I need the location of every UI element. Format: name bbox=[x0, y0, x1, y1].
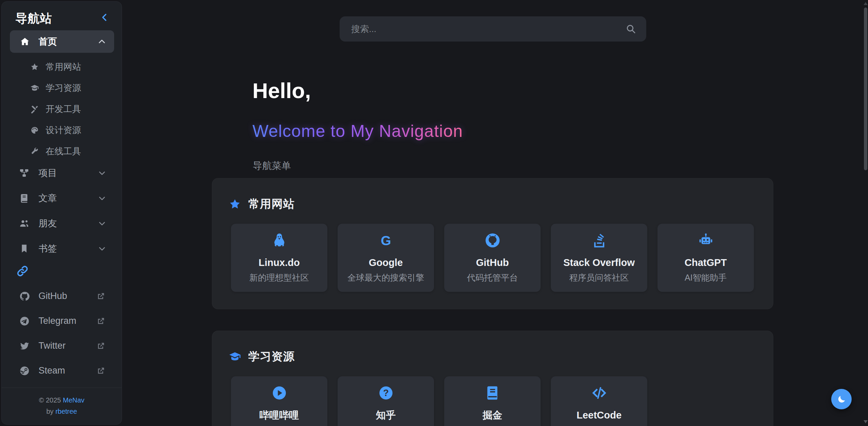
sidebar-sub-list: 常用网站学习资源开发工具设计资源在线工具 bbox=[2, 56, 122, 162]
sidebar-collapse-button[interactable] bbox=[100, 13, 109, 22]
scrollbar-down-arrow[interactable] bbox=[864, 420, 868, 423]
external-link-icon bbox=[97, 342, 105, 350]
sidebar-item-bookmarks[interactable]: 书签 bbox=[2, 236, 122, 261]
sidebar-item-articles[interactable]: 文章 bbox=[2, 186, 122, 211]
sidebar-item-label: 常用网站 bbox=[46, 61, 81, 73]
author-link[interactable]: rbetree bbox=[56, 408, 77, 415]
steam-icon bbox=[19, 366, 30, 376]
chevron-down-icon bbox=[98, 194, 106, 202]
sidebar-item-label: 在线工具 bbox=[46, 145, 81, 157]
sidebar-item-label: 设计资源 bbox=[46, 124, 81, 136]
sidebar-item-projects[interactable]: 项目 bbox=[2, 160, 122, 186]
site-title: 导航站 bbox=[15, 11, 52, 27]
chevron-down-icon bbox=[98, 245, 106, 253]
sidebar-item-favorites[interactable]: 常用网站 bbox=[2, 56, 122, 77]
site-card-desc: 新的理想型社区 bbox=[249, 273, 309, 282]
site-card-name: 掘金 bbox=[483, 410, 502, 420]
hero-greeting: Hello, bbox=[252, 78, 311, 103]
svg-text:G: G bbox=[381, 233, 391, 248]
sidebar-links-list: GitHubTelegramTwitterSteam bbox=[2, 284, 122, 383]
sidebar-link-twitter[interactable]: Twitter bbox=[2, 333, 122, 358]
sidebar: 导航站 首页 常用网站学习资源开发工具设计资源在线工具 项目文章朋友书签 Git… bbox=[1, 1, 122, 425]
star-icon bbox=[229, 198, 241, 210]
scrollbar-up-arrow[interactable] bbox=[864, 2, 868, 5]
sidebar-item-label: 首页 bbox=[38, 35, 57, 48]
by-text: by bbox=[46, 408, 53, 415]
journal-icon bbox=[484, 385, 501, 401]
sidebar-item-label: 书签 bbox=[38, 242, 57, 255]
chevron-down-icon bbox=[98, 169, 106, 177]
sidebar-item-dev-tools[interactable]: 开发工具 bbox=[2, 98, 122, 120]
search-input[interactable] bbox=[351, 24, 626, 34]
chevron-up-icon bbox=[98, 37, 106, 46]
hero-headline: Welcome to My Navigation bbox=[252, 121, 463, 141]
google-icon: G bbox=[378, 232, 394, 249]
site-card-chatgpt[interactable]: ChatGPTAI智能助手 bbox=[657, 224, 754, 292]
site-card-linux-do[interactable]: Linux.do新的理想型社区 bbox=[231, 224, 327, 292]
sidebar-item-learning[interactable]: 学习资源 bbox=[2, 77, 122, 98]
sidebar-link-steam[interactable]: Steam bbox=[2, 358, 122, 383]
site-card-stack-overflow[interactable]: Stack Overflow程序员问答社区 bbox=[551, 224, 647, 292]
question-circle-icon: ? bbox=[378, 385, 394, 401]
site-card-name: Linux.do bbox=[259, 257, 300, 268]
sidebar-item-label: 文章 bbox=[38, 192, 57, 204]
site-card-juejin[interactable]: 掘金 bbox=[444, 376, 541, 426]
code-icon bbox=[591, 385, 607, 401]
site-card-bilibili[interactable]: 哔哩哔哩 bbox=[231, 376, 327, 426]
sidebar-item-home[interactable]: 首页 bbox=[10, 30, 114, 53]
play-circle-icon bbox=[271, 385, 288, 401]
site-card-row: 哔哩哔哩?知乎掘金LeetCode bbox=[231, 376, 647, 426]
site-card-row: Linux.do新的理想型社区GGoogle全球最大的搜索引擎GitHub代码托… bbox=[231, 224, 754, 292]
site-card-name: Stack Overflow bbox=[563, 257, 635, 268]
scrollbar-thumb[interactable] bbox=[864, 7, 867, 170]
sidebar-item-label: 项目 bbox=[38, 167, 57, 179]
sidebar-item-design[interactable]: 设计资源 bbox=[2, 120, 122, 141]
house-icon bbox=[20, 37, 30, 46]
wrench-icon bbox=[30, 147, 39, 156]
page: 导航站 首页 常用网站学习资源开发工具设计资源在线工具 项目文章朋友书签 Git… bbox=[0, 0, 868, 426]
footer-copyright-line: © 2025 MeNav bbox=[2, 395, 122, 406]
sidebar-menu-list: 项目文章朋友书签 bbox=[2, 160, 122, 261]
site-card-google[interactable]: GGoogle全球最大的搜索引擎 bbox=[338, 224, 434, 292]
sidebar-item-friends[interactable]: 朋友 bbox=[2, 211, 122, 236]
external-link-icon bbox=[97, 366, 105, 375]
github-circle-icon bbox=[484, 232, 501, 249]
book-icon bbox=[19, 193, 29, 203]
sidebar-item-label: 开发工具 bbox=[46, 103, 81, 115]
site-card-desc: AI智能助手 bbox=[685, 273, 727, 282]
search-icon[interactable] bbox=[626, 24, 636, 34]
telegram-icon bbox=[19, 316, 30, 326]
external-link-icon bbox=[97, 317, 105, 325]
github-icon bbox=[19, 291, 30, 301]
palette-icon bbox=[30, 126, 39, 135]
section-favorites: 常用网站 Linux.do新的理想型社区GGoogle全球最大的搜索引擎GitH… bbox=[212, 178, 773, 309]
chevron-down-icon bbox=[98, 220, 106, 227]
site-card-zhihu[interactable]: ?知乎 bbox=[338, 376, 434, 426]
search-bar bbox=[340, 16, 646, 42]
site-card-leetcode[interactable]: LeetCode bbox=[551, 376, 647, 426]
section-learning: 学习资源 哔哩哔哩?知乎掘金LeetCode bbox=[212, 331, 773, 426]
sidebar-link-telegram[interactable]: Telegram bbox=[2, 309, 122, 333]
link-icon[interactable] bbox=[17, 265, 28, 277]
site-card-desc: 代码托管平台 bbox=[467, 273, 518, 282]
sidebar-link-label: Telegram bbox=[38, 316, 76, 326]
footer-author-line: by rbetree bbox=[2, 406, 122, 417]
moon-icon bbox=[837, 395, 846, 404]
theme-toggle-button[interactable] bbox=[831, 389, 852, 409]
site-card-name: ChatGPT bbox=[684, 257, 727, 268]
brand-link[interactable]: MeNav bbox=[63, 396, 84, 404]
section-header: 常用网站 bbox=[229, 196, 295, 212]
bookmark-icon bbox=[19, 244, 29, 253]
site-card-name: Google bbox=[369, 257, 403, 268]
star-icon bbox=[30, 63, 39, 71]
site-card-name: GitHub bbox=[476, 257, 509, 268]
section-title: 学习资源 bbox=[248, 349, 295, 364]
site-card-github[interactable]: GitHub代码托管平台 bbox=[444, 224, 541, 292]
sidebar-item-online-tools[interactable]: 在线工具 bbox=[2, 141, 122, 162]
twitter-icon bbox=[19, 341, 30, 351]
sidebar-link-github[interactable]: GitHub bbox=[2, 284, 122, 309]
linux-icon bbox=[271, 232, 288, 249]
sidebar-link-label: Twitter bbox=[38, 341, 66, 351]
external-link-icon bbox=[97, 292, 105, 300]
project-diagram-icon bbox=[19, 168, 29, 178]
